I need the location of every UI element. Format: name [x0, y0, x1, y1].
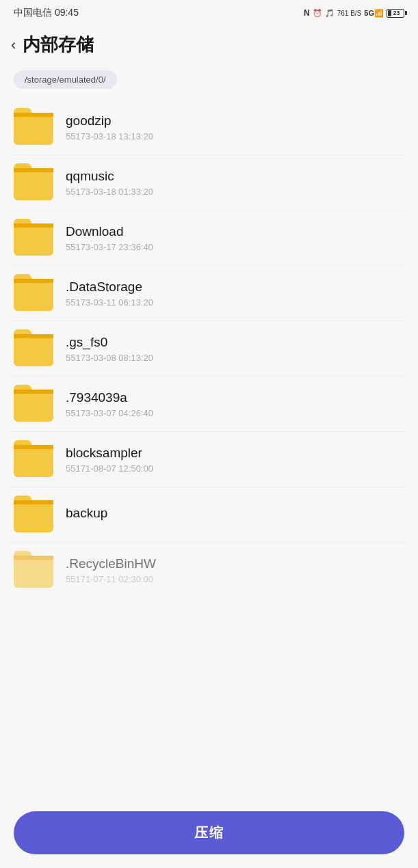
status-icons: N ⏰ 🎵 761 B/S 5G📶 23	[304, 8, 404, 18]
folder-icon	[14, 170, 53, 200]
headset-icon: 🎵	[325, 9, 335, 18]
list-item[interactable]: Download 55173-03-17 23:36:40	[11, 211, 407, 266]
file-info: Download 55173-03-17 23:36:40	[66, 224, 404, 252]
bottom-button-wrap: 压缩	[0, 802, 418, 868]
folder-icon-wrap	[14, 220, 55, 256]
folder-icon	[14, 281, 53, 311]
file-info: backup	[66, 506, 404, 524]
file-info: goodzip 55173-03-18 13:13:20	[66, 113, 404, 141]
file-info: .RecycleBinHW 55171-07-11 02:30:00	[66, 556, 404, 584]
compress-button[interactable]: 压缩	[14, 811, 404, 854]
file-name: Download	[66, 224, 404, 239]
file-name: .DataStorage	[66, 280, 404, 295]
folder-icon	[14, 226, 53, 256]
file-name: .7934039a	[66, 390, 404, 405]
file-date: 55173-03-07 04:26:40	[66, 408, 404, 418]
alarm-icon: ⏰	[313, 9, 322, 18]
file-info: .gs_fs0 55173-03-08 08:13:20	[66, 335, 404, 363]
list-item[interactable]: .RecycleBinHW 55171-07-11 02:30:00	[11, 543, 407, 597]
file-date: 55171-08-07 12:50:00	[66, 463, 404, 474]
back-button[interactable]: ‹	[11, 38, 16, 53]
file-name: backup	[66, 506, 404, 521]
file-info: .7934039a 55173-03-07 04:26:40	[66, 390, 404, 418]
status-bar: 中国电信 09:45 N ⏰ 🎵 761 B/S 5G📶 23	[0, 0, 418, 23]
folder-icon-wrap	[14, 331, 55, 366]
file-name: .gs_fs0	[66, 335, 404, 350]
list-item[interactable]: qqmusic 55173-03-18 01:33:20	[11, 155, 407, 211]
folder-icon	[14, 392, 53, 422]
breadcrumb[interactable]: /storage/emulated/0/	[14, 70, 117, 89]
folder-icon-wrap	[14, 552, 55, 588]
folder-icon-wrap	[14, 165, 55, 200]
folder-icon	[14, 336, 53, 366]
folder-icon	[14, 558, 53, 588]
folder-icon-wrap	[14, 386, 55, 422]
signal-icon: 5G📶	[364, 9, 384, 18]
list-item[interactable]: goodzip 55173-03-18 13:13:20	[11, 100, 407, 155]
header: ‹ 内部存储	[0, 23, 418, 64]
list-item[interactable]: backup	[11, 487, 407, 543]
folder-icon	[14, 447, 53, 477]
folder-icon-wrap	[14, 275, 55, 311]
file-list: goodzip 55173-03-18 13:13:20 qqmusic 551…	[0, 100, 418, 597]
folder-icon-wrap	[14, 497, 55, 532]
list-item[interactable]: .7934039a 55173-03-07 04:26:40	[11, 377, 407, 432]
folder-icon-wrap	[14, 442, 55, 477]
file-info: blocksampler 55171-08-07 12:50:00	[66, 446, 404, 474]
folder-icon	[14, 115, 53, 145]
list-item[interactable]: blocksampler 55171-08-07 12:50:00	[11, 432, 407, 487]
breadcrumb-wrap: /storage/emulated/0/	[0, 64, 418, 100]
page-title: 内部存储	[23, 33, 94, 57]
battery-icon: 23	[387, 9, 404, 18]
file-date: 55173-03-18 13:13:20	[66, 131, 404, 141]
folder-icon-wrap	[14, 109, 55, 145]
file-date: 55171-07-11 02:30:00	[66, 574, 404, 584]
file-name: .RecycleBinHW	[66, 556, 404, 571]
carrier-time: 中国电信 09:45	[14, 7, 79, 19]
file-date: 55173-03-11 06:13:20	[66, 297, 404, 308]
file-name: blocksampler	[66, 446, 404, 461]
file-info: qqmusic 55173-03-18 01:33:20	[66, 169, 404, 197]
list-item[interactable]: .DataStorage 55173-03-11 06:13:20	[11, 266, 407, 321]
file-name: qqmusic	[66, 169, 404, 184]
data-icon: 761 B/S	[337, 10, 362, 17]
folder-icon	[14, 502, 53, 532]
file-date: 55173-03-17 23:36:40	[66, 242, 404, 252]
file-date: 55173-03-18 01:33:20	[66, 187, 404, 197]
file-info: .DataStorage 55173-03-11 06:13:20	[66, 280, 404, 308]
list-item[interactable]: .gs_fs0 55173-03-08 08:13:20	[11, 321, 407, 377]
carrier: 中国电信	[14, 7, 52, 18]
nfc-icon: N	[304, 8, 310, 18]
file-date: 55173-03-08 08:13:20	[66, 353, 404, 363]
time: 09:45	[55, 7, 79, 18]
file-name: goodzip	[66, 113, 404, 128]
